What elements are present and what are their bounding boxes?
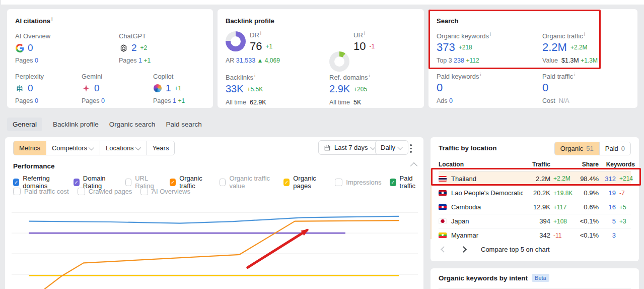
- keywords-by-intent-panel: Organic keywords by intentBeta: [431, 268, 639, 289]
- keywords-delta: +5: [616, 204, 635, 211]
- location-row-lao-people-s-democratic-reput[interactable]: Lao People's Democratic Reput20.2K+19.8K…: [439, 186, 631, 200]
- prev-page-button[interactable]: [439, 244, 449, 255]
- tab-organic-search[interactable]: Organic search: [109, 118, 156, 131]
- collapse-chevron-icon[interactable]: [410, 162, 417, 169]
- ai-citations-card: AI citations AI Overview 0 Pages 0 ChatG…: [7, 9, 213, 108]
- info-icon[interactable]: [260, 31, 261, 36]
- paid-keywords-value[interactable]: 0: [437, 81, 443, 94]
- metric-checkbox-paid-traffic-cost[interactable]: Paid traffic cost: [13, 188, 69, 195]
- pages-delta: +1: [144, 57, 151, 64]
- ur-delta: -1: [369, 43, 375, 50]
- location-name: Thailand: [451, 175, 476, 183]
- metric-value[interactable]: 0: [28, 42, 33, 53]
- pages-delta: +1: [178, 97, 185, 104]
- gemini-icon: [82, 84, 91, 93]
- traffic-value: 12.9K: [523, 203, 550, 211]
- granularity-value: Daily: [381, 144, 395, 151]
- metric-checkbox-ai-overviews[interactable]: AI Overviews: [140, 188, 190, 195]
- metric-checkbox-paid-traffic[interactable]: ✓Paid traffic: [390, 175, 423, 190]
- tab-general[interactable]: General: [7, 118, 42, 131]
- info-icon[interactable]: [369, 74, 370, 78]
- metric-value[interactable]: 0: [94, 83, 100, 94]
- tab-backlink-profile[interactable]: Backlink profile: [53, 118, 99, 131]
- traffic-delta: +2.2M: [550, 175, 576, 182]
- organic-keywords-label: Organic keywords: [437, 32, 491, 40]
- column-location: Location: [439, 161, 523, 168]
- myanmar-flag: [439, 233, 447, 238]
- ref-domains-alltime: All time 5K: [329, 99, 361, 106]
- date-range-value: Last 7 days: [334, 144, 368, 151]
- column-share: Share: [576, 161, 599, 168]
- granularity-button[interactable]: Daily: [375, 140, 408, 155]
- card-title: Search: [437, 17, 458, 25]
- keywords-link[interactable]: 19: [599, 189, 616, 197]
- location-row-myanmar[interactable]: Myanmar342-11<0.1%3: [439, 228, 631, 242]
- checkbox-icon: [220, 179, 226, 186]
- card-title: AI citations: [15, 17, 53, 25]
- toggle-organic[interactable]: Organic51: [555, 142, 600, 155]
- chevron-down-icon: [135, 144, 141, 150]
- organic-keywords-value[interactable]: 373: [437, 41, 455, 54]
- ref-domains-value[interactable]: 2.9K: [329, 83, 350, 95]
- metric-checkbox-organic-pages[interactable]: ✓Organic pages: [283, 175, 326, 190]
- checkbox-icon: [140, 188, 148, 195]
- ref-domains-label: Ref. domains: [329, 74, 370, 81]
- info-icon[interactable]: [51, 17, 53, 22]
- pages-label: Pages: [15, 57, 33, 64]
- location-row-thailand[interactable]: Thailand2.2M+2.2M98.4%312+214: [439, 171, 631, 186]
- date-range-button[interactable]: Last 7 days: [318, 140, 381, 155]
- segment-metrics[interactable]: Metrics: [14, 141, 46, 155]
- top3-value[interactable]: 238: [454, 57, 464, 64]
- metric-checkbox-label: Organic pages: [293, 175, 326, 190]
- pages-value[interactable]: 0: [35, 57, 38, 64]
- pages-value[interactable]: 0: [101, 97, 105, 104]
- keywords-link[interactable]: 312: [599, 175, 616, 183]
- backlinks-delta: +5.5K: [247, 86, 263, 93]
- location-name: Lao People's Democratic Reput: [451, 189, 523, 197]
- checkbox-icon: [78, 188, 85, 195]
- metric-value[interactable]: 1: [166, 83, 171, 94]
- top3-row: Top 3 238 +112: [437, 57, 479, 64]
- location-row-japan[interactable]: Japan394+108<0.1%5+3: [439, 214, 631, 228]
- info-icon[interactable]: [480, 73, 481, 77]
- keywords-link[interactable]: 16: [599, 203, 616, 211]
- organic-traffic-value[interactable]: 2.2M: [542, 41, 567, 54]
- ads-value[interactable]: 0: [449, 97, 453, 104]
- kebab-menu-button[interactable]: [408, 142, 414, 155]
- location-row-cambodia[interactable]: Cambodia12.9K+1170.6%16+5: [439, 200, 631, 214]
- pages-value[interactable]: 1: [138, 57, 142, 64]
- next-page-button[interactable]: [458, 244, 469, 255]
- segment-years[interactable]: Years: [147, 141, 175, 155]
- metric-value[interactable]: 0: [28, 83, 33, 94]
- info-icon[interactable]: [364, 31, 365, 36]
- info-icon[interactable]: [574, 73, 575, 77]
- paid-traffic-value[interactable]: 0: [542, 81, 548, 94]
- performance-line-chart[interactable]: [8, 199, 418, 289]
- annotation-arrow: [248, 230, 307, 267]
- segment-locations[interactable]: Locations: [100, 141, 147, 155]
- toggle-paid[interactable]: Paid0: [600, 142, 630, 155]
- checkbox-icon: [335, 179, 342, 186]
- tab-paid-search[interactable]: Paid search: [166, 118, 201, 131]
- metric-checkbox-row-2: Paid traffic costCrawled pagesAI Overvie…: [13, 188, 190, 195]
- share-value: <0.1%: [576, 232, 599, 239]
- keywords-link[interactable]: 3: [599, 232, 616, 239]
- keywords-link[interactable]: 5: [599, 217, 616, 225]
- segment-competitors[interactable]: Competitors: [46, 141, 100, 155]
- pages-value[interactable]: 1: [173, 97, 176, 104]
- info-icon[interactable]: [254, 74, 255, 78]
- ar-value[interactable]: 31,533: [236, 57, 255, 64]
- metric-checkbox-organic-traffic-value[interactable]: Organic traffic value: [220, 175, 275, 190]
- info-icon[interactable]: [490, 32, 491, 37]
- ai-metric-ai-overview: AI Overview 0 Pages 0: [15, 32, 50, 64]
- info-icon[interactable]: [584, 32, 585, 37]
- column-keywords: Keywords: [599, 161, 635, 168]
- metric-checkbox-label: Impressions: [346, 179, 381, 186]
- metric-checkbox-crawled-pages[interactable]: Crawled pages: [78, 188, 132, 195]
- ai-metric-copilot: Copilot 1 +1 Pages 1 +1: [153, 73, 185, 104]
- pages-label: Pages: [119, 57, 136, 64]
- metric-checkbox-impressions[interactable]: Impressions: [335, 179, 381, 186]
- metric-value[interactable]: 2: [131, 42, 137, 53]
- backlinks-value[interactable]: 33K: [226, 83, 244, 95]
- pages-value[interactable]: 0: [35, 97, 38, 104]
